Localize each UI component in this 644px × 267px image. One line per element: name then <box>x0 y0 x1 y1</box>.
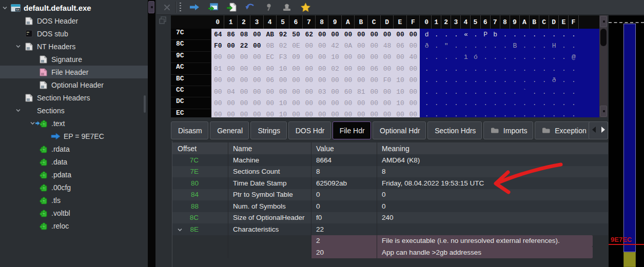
meaning-cell[interactable]: Friday, 08.04.2022 19:53:15 UTC <box>377 177 608 189</box>
hex-byte-cell[interactable]: 86 <box>224 29 237 40</box>
hex-byte-cell[interactable]: 92 <box>277 29 289 40</box>
hex-byte-cell[interactable]: 60 <box>342 86 355 97</box>
ascii-char-cell[interactable]: . <box>539 52 549 63</box>
hex-byte-cell[interactable]: 00 <box>394 52 406 63</box>
ascii-char-cell[interactable]: b <box>491 29 500 40</box>
hex-byte-cell[interactable]: 00 <box>224 40 237 51</box>
ascii-char-cell[interactable]: . <box>461 63 471 74</box>
ascii-char-cell[interactable]: . <box>539 75 549 86</box>
ascii-char-cell[interactable]: . <box>471 63 480 74</box>
name-cell[interactable]: Ptr to Symbol Table <box>228 189 311 201</box>
hex-byte-cell[interactable]: 00 <box>368 29 381 40</box>
minimap-section-bar[interactable] <box>623 24 636 252</box>
hex-byte-cell[interactable]: 00 <box>289 86 302 97</box>
offset-cell[interactable]: 8E <box>172 223 228 235</box>
sidebar-item-dos-stub[interactable]: DOS stub <box>0 27 148 40</box>
hex-byte-cell[interactable]: 00 <box>211 97 224 109</box>
hex-byte-cell[interactable]: 00 <box>368 86 381 97</box>
sidebar-item-pdata[interactable]: .pdata <box>0 168 148 181</box>
table-row[interactable]: 84Ptr to Symbol Table00 <box>172 189 608 201</box>
sidebar-scrollbar[interactable] <box>148 0 155 267</box>
ascii-char-cell[interactable]: . <box>441 86 451 97</box>
hex-byte-cell[interactable]: 40 <box>407 52 420 63</box>
ascii-char-cell[interactable]: . <box>441 29 451 40</box>
ascii-char-cell[interactable]: . <box>422 109 432 117</box>
undo-icon[interactable] <box>244 2 256 13</box>
ascii-char-cell[interactable]: . <box>520 97 530 109</box>
ascii-char-cell[interactable]: . <box>559 40 569 51</box>
name-cell[interactable] <box>228 247 311 258</box>
hex-byte-cell[interactable]: 00 <box>355 97 367 109</box>
hex-byte-cell[interactable]: 00 <box>381 109 394 117</box>
table-row[interactable]: 7CMachine8664AMD64 (K8) <box>172 154 608 166</box>
ascii-char-cell[interactable]: . <box>539 29 549 40</box>
ascii-char-cell[interactable]: . <box>569 86 578 97</box>
sidebar-item-dos-header[interactable]: DOS Header <box>0 14 148 27</box>
ascii-char-cell[interactable]: " <box>441 40 451 51</box>
ascii-char-cell[interactable]: . <box>500 63 510 74</box>
hex-byte-cell[interactable]: 00 <box>381 63 394 74</box>
ascii-char-cell[interactable]: . <box>569 63 578 74</box>
ascii-char-cell[interactable]: . <box>491 75 500 86</box>
ascii-char-cell[interactable]: . <box>530 52 539 63</box>
row-expand-chevron-icon[interactable] <box>177 227 183 234</box>
ascii-char-cell[interactable]: . <box>451 97 461 109</box>
hex-byte-cell[interactable]: 0A <box>342 40 355 51</box>
ascii-char-cell[interactable]: . <box>451 29 461 40</box>
sidebar-splitter-handle[interactable] <box>144 95 146 113</box>
hex-byte-cell[interactable]: 62 <box>303 29 316 40</box>
hex-byte-cell[interactable]: 00 <box>211 109 224 117</box>
open-window-icon[interactable] <box>207 2 219 13</box>
ascii-char-cell[interactable]: . <box>500 40 510 51</box>
hex-byte-cell[interactable]: 00 <box>328 109 341 117</box>
hex-byte-cell[interactable]: 00 <box>277 75 289 86</box>
ascii-char-cell[interactable]: P <box>481 29 491 40</box>
ascii-char-cell[interactable]: B <box>510 40 520 51</box>
ascii-char-cell[interactable]: . <box>530 75 539 86</box>
hex-byte-cell[interactable]: 10 <box>277 109 289 117</box>
sidebar-item-default-default-exe[interactable]: 64default.default.exe <box>0 2 148 14</box>
ascii-char-cell[interactable]: . <box>481 52 491 63</box>
hex-byte-cell[interactable]: 00 <box>355 75 367 86</box>
ascii-char-cell[interactable]: . <box>510 109 520 117</box>
sidebar-item-ep-9e7ec[interactable]: EP = 9E7EC <box>0 130 148 142</box>
hex-byte-cell[interactable]: 00 <box>289 75 302 86</box>
hex-byte-cell[interactable]: 00 <box>394 63 406 74</box>
offset-cell[interactable]: 88 <box>172 200 228 212</box>
ascii-char-cell[interactable]: . <box>539 63 549 74</box>
hex-scrollbar-up-button[interactable] <box>600 16 607 27</box>
hex-byte-cell[interactable]: 06 <box>264 75 277 86</box>
ascii-char-cell[interactable]: . <box>491 97 500 109</box>
ascii-char-cell[interactable]: . <box>471 40 480 51</box>
hex-byte-cell[interactable]: F3 <box>277 52 289 63</box>
hex-byte-cell[interactable]: 00 <box>289 109 302 117</box>
ascii-char-cell[interactable]: . <box>491 40 500 51</box>
table-row[interactable]: 8CSize of OptionalHeaderf0240 <box>172 212 608 224</box>
hex-byte-cell[interactable]: 00 <box>355 109 367 117</box>
hex-byte-cell[interactable]: 10 <box>394 97 406 109</box>
hex-byte-cell[interactable]: 00 <box>355 29 367 40</box>
open-file-icon[interactable] <box>226 2 237 13</box>
ascii-char-cell[interactable]: . <box>481 109 491 117</box>
offset-cell[interactable]: 8C <box>172 212 228 224</box>
hex-byte-cell[interactable]: 00 <box>342 52 355 63</box>
hex-byte-cell[interactable]: 00 <box>224 52 237 63</box>
ascii-char-cell[interactable]: . <box>491 52 500 63</box>
hex-byte-cell[interactable]: 00 <box>238 109 250 117</box>
hex-byte-cell[interactable]: 00 <box>303 97 316 109</box>
ascii-char-cell[interactable]: . <box>432 97 441 109</box>
offset-cell[interactable] <box>172 235 228 247</box>
name-cell[interactable] <box>228 235 311 247</box>
ascii-char-cell[interactable]: . <box>491 63 500 74</box>
ascii-char-cell[interactable]: . <box>500 86 510 97</box>
hex-byte-cell[interactable]: 00 <box>328 97 341 109</box>
sidebar-item-nt-headers[interactable]: NT Headers <box>0 40 148 53</box>
ascii-char-cell[interactable]: . <box>530 109 539 117</box>
ascii-char-cell[interactable]: . <box>539 40 549 51</box>
sidebar-item-tls[interactable]: .tls <box>0 194 148 207</box>
hex-byte-cell[interactable]: 00 <box>355 52 367 63</box>
ascii-char-cell[interactable]: . <box>441 97 451 109</box>
sidebar-item-data[interactable]: .data <box>0 155 148 168</box>
hex-byte-cell[interactable]: 00 <box>316 97 328 109</box>
hex-byte-cell[interactable]: 00 <box>342 63 355 74</box>
